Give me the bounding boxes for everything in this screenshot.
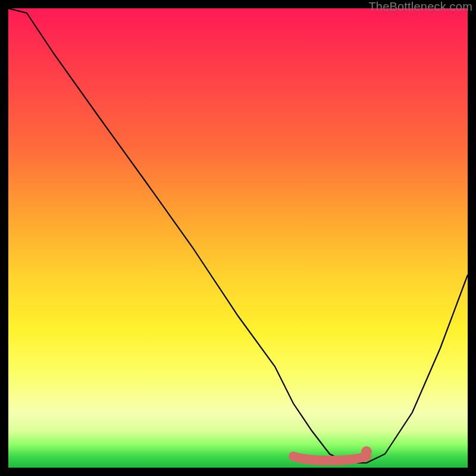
bottleneck-curve (8, 8, 468, 463)
chart-frame: TheBottleneck.com (0, 0, 476, 476)
watermark-text: TheBottleneck.com (368, 0, 472, 14)
curve-marker (361, 446, 372, 457)
curve-svg (8, 8, 468, 468)
plot-area (8, 8, 468, 468)
flat-region (293, 456, 367, 461)
